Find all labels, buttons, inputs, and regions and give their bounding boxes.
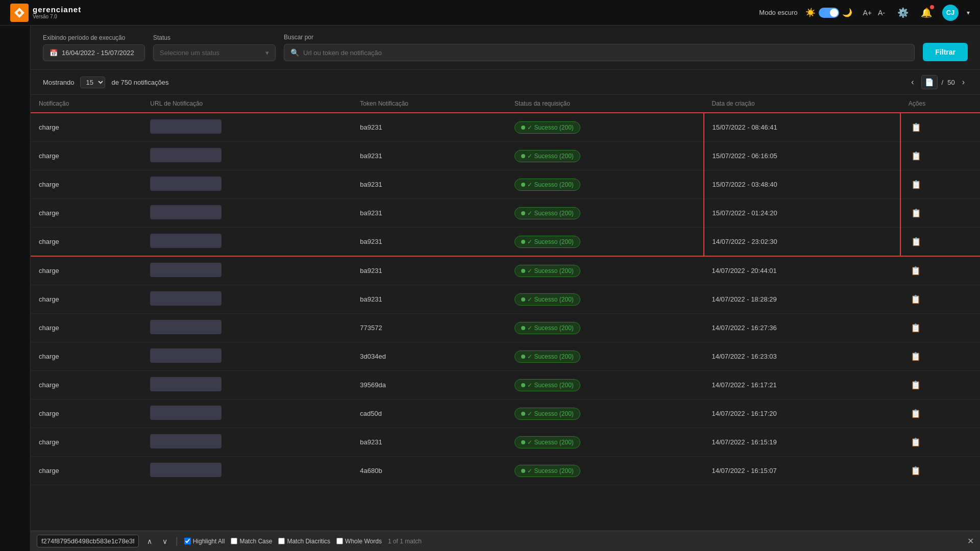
cell-status: ✓ Sucesso (200) xyxy=(506,285,703,314)
cell-notificacao: charge xyxy=(31,199,142,228)
copy-action-button[interactable]: 📋 xyxy=(909,292,923,306)
find-input[interactable] xyxy=(37,535,139,547)
copy-action-button[interactable]: 📋 xyxy=(909,407,923,420)
url-blur xyxy=(150,320,222,334)
status-badge: ✓ Sucesso (200) xyxy=(514,121,580,134)
dark-mode-toggle[interactable]: ☀️ 🌙 xyxy=(805,8,852,18)
per-page-select[interactable]: 15 25 50 xyxy=(80,77,105,88)
search-input[interactable] xyxy=(303,49,908,57)
cell-token: ba9231 xyxy=(352,142,506,170)
cell-data: 14/07/2022 - 16:15:07 xyxy=(704,457,900,485)
status-placeholder: Selecione um status xyxy=(160,49,219,57)
cell-url xyxy=(142,314,352,342)
copy-action-button[interactable]: 📋 xyxy=(909,435,923,449)
notification-badge xyxy=(930,5,934,9)
cell-data: 14/07/2022 - 16:23:03 xyxy=(704,342,900,371)
table-row: chargeba9231 ✓ Sucesso (200) 14/07/2022 … xyxy=(31,256,980,285)
avatar-dropdown-arrow[interactable]: ▾ xyxy=(967,9,970,16)
settings-button[interactable]: ⚙️ xyxy=(895,5,911,20)
cell-data: 14/07/2022 - 16:15:19 xyxy=(704,428,900,457)
cell-token: 3d034ed xyxy=(352,342,506,371)
cell-token: ba9231 xyxy=(352,285,506,314)
copy-action-button[interactable]: 📋 xyxy=(909,349,923,363)
status-text: ✓ Sucesso (200) xyxy=(527,410,574,417)
status-dot xyxy=(521,211,525,215)
copy-action-button[interactable]: 📋 xyxy=(909,235,923,248)
cell-status: ✓ Sucesso (200) xyxy=(506,199,703,228)
url-blur xyxy=(150,234,222,248)
dark-mode-toggle-pill[interactable] xyxy=(819,8,839,18)
status-dot xyxy=(521,412,525,416)
status-text: ✓ Sucesso (200) xyxy=(527,324,574,332)
font-increase-button[interactable]: A+ xyxy=(861,8,874,18)
topnav-right: Modo escuro ☀️ 🌙 A+ A- ⚙️ 🔔 CJ ▾ xyxy=(759,5,970,21)
copy-action-button[interactable]: 📋 xyxy=(909,120,923,134)
next-page-button[interactable]: › xyxy=(959,77,968,88)
cell-status: ✓ Sucesso (200) xyxy=(506,113,703,142)
status-filter-group: Status Selecione um status ▾ xyxy=(153,34,276,61)
status-badge: ✓ Sucesso (200) xyxy=(514,150,580,162)
copy-action-button[interactable]: 📋 xyxy=(909,264,923,278)
find-close-button[interactable]: ✕ xyxy=(967,536,974,546)
status-text: ✓ Sucesso (200) xyxy=(527,467,574,474)
cell-status: ✓ Sucesso (200) xyxy=(506,228,703,257)
table-row: chargecad50d ✓ Sucesso (200) 14/07/2022 … xyxy=(31,399,980,428)
cell-actions: 📋 xyxy=(900,113,980,142)
logo-text: gerencianet Versão 7.0 xyxy=(33,6,81,20)
toggle-dot xyxy=(830,9,838,17)
copy-action-button[interactable]: 📋 xyxy=(909,464,923,478)
cell-url xyxy=(142,228,352,257)
highlight-all-option[interactable]: Highlight All xyxy=(184,538,225,545)
status-dot xyxy=(521,469,525,473)
find-prev-button[interactable]: ∧ xyxy=(145,536,154,546)
status-dot xyxy=(521,183,525,187)
cell-data: 14/07/2022 - 18:28:29 xyxy=(704,285,900,314)
match-case-option[interactable]: Match Case xyxy=(231,538,272,545)
cell-status: ✓ Sucesso (200) xyxy=(506,314,703,342)
highlight-all-checkbox[interactable] xyxy=(184,538,191,544)
font-decrease-button[interactable]: A- xyxy=(876,8,887,18)
copy-action-button[interactable]: 📋 xyxy=(909,321,923,335)
prev-page-button[interactable]: ‹ xyxy=(908,77,917,88)
cell-actions: 📋 xyxy=(900,314,980,342)
copy-action-button[interactable]: 📋 xyxy=(909,178,923,191)
search-label: Buscar por xyxy=(284,34,915,41)
copy-action-button[interactable]: 📋 xyxy=(909,149,923,163)
col-notificacao: Notificação xyxy=(31,95,142,113)
copy-action-button[interactable]: 📋 xyxy=(909,378,923,392)
copy-action-button[interactable]: 📋 xyxy=(909,206,923,220)
col-url: URL de Notificação xyxy=(142,95,352,113)
cell-status: ✓ Sucesso (200) xyxy=(506,256,703,285)
status-badge: ✓ Sucesso (200) xyxy=(514,265,580,277)
cell-status: ✓ Sucesso (200) xyxy=(506,371,703,399)
status-text: ✓ Sucesso (200) xyxy=(527,267,574,274)
match-case-checkbox[interactable] xyxy=(231,538,237,544)
filters-bar: Exibindo período de execução 📅 16/04/202… xyxy=(31,26,980,70)
whole-words-option[interactable]: Whole Words xyxy=(336,538,382,545)
date-range-input[interactable]: 📅 16/04/2022 - 15/07/2022 xyxy=(43,44,145,61)
table-row: charge4a680b ✓ Sucesso (200) 14/07/2022 … xyxy=(31,457,980,485)
table-row: charge773572 ✓ Sucesso (200) 14/07/2022 … xyxy=(31,314,980,342)
cell-token: ba9231 xyxy=(352,256,506,285)
table-body: chargeba9231 ✓ Sucesso (200) 15/07/2022 … xyxy=(31,113,980,485)
status-dropdown[interactable]: Selecione um status ▾ xyxy=(153,44,276,61)
period-label: Exibindo período de execução xyxy=(43,34,145,41)
avatar-button[interactable]: CJ xyxy=(942,5,959,21)
cell-data: 15/07/2022 - 08:46:41 xyxy=(704,113,900,142)
match-diacritics-option[interactable]: Match Diacritics xyxy=(278,538,330,545)
filter-button[interactable]: Filtrar xyxy=(923,43,968,61)
status-badge: ✓ Sucesso (200) xyxy=(514,207,580,219)
cell-actions: 📋 xyxy=(900,342,980,371)
status-text: ✓ Sucesso (200) xyxy=(527,153,574,160)
status-badge: ✓ Sucesso (200) xyxy=(514,350,580,363)
whole-words-label: Whole Words xyxy=(345,538,382,545)
url-blur xyxy=(150,406,222,420)
col-status: Status da requisição xyxy=(506,95,703,113)
match-diacritics-checkbox[interactable] xyxy=(278,538,285,544)
notifications-button[interactable]: 🔔 xyxy=(919,5,934,20)
cell-status: ✓ Sucesso (200) xyxy=(506,399,703,428)
find-next-button[interactable]: ∨ xyxy=(160,536,169,546)
cell-url xyxy=(142,256,352,285)
status-dot xyxy=(521,383,525,387)
whole-words-checkbox[interactable] xyxy=(336,538,343,544)
